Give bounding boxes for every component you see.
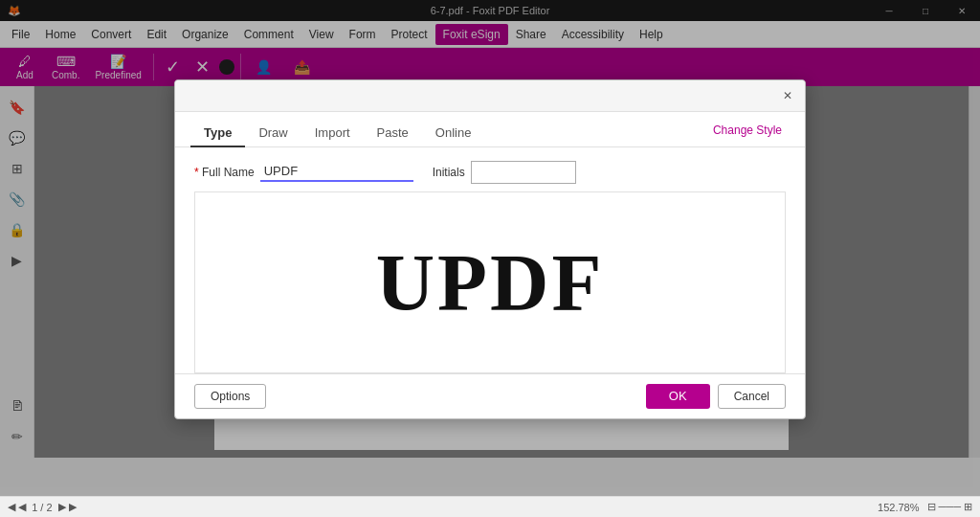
full-name-label: * Full Name (194, 166, 255, 179)
status-bar: ◀ ◀ 1 / 2 ▶ ▶ 152.78% ⊟ ─── ⊞ (0, 496, 980, 517)
initials-input[interactable] (471, 161, 576, 184)
signature-modal: ✕ Type Draw Import Paste Online Change S… (174, 79, 806, 419)
tab-online[interactable]: Online (422, 120, 485, 147)
tab-import[interactable]: Import (301, 120, 364, 147)
modal-titlebar: ✕ (175, 80, 805, 112)
full-name-field: * Full Name (194, 162, 413, 182)
signature-preview: UPDF (194, 191, 786, 373)
tab-paste[interactable]: Paste (364, 120, 422, 147)
modal-close-button[interactable]: ✕ (778, 86, 797, 105)
modal-form: * Full Name Initials (175, 147, 805, 191)
status-right: 152.78% ⊟ ─── ⊞ (878, 501, 972, 513)
tab-draw[interactable]: Draw (245, 120, 301, 147)
initials-field: Initials (433, 161, 576, 184)
tab-type[interactable]: Type (190, 120, 245, 147)
modal-overlay: ✕ Type Draw Import Paste Online Change S… (0, 0, 980, 517)
modal-tabs: Type Draw Import Paste Online Change Sty… (175, 112, 805, 147)
status-zoom: 152.78% (878, 502, 919, 513)
options-button[interactable]: Options (194, 384, 266, 409)
initials-label: Initials (433, 166, 465, 179)
cancel-button[interactable]: Cancel (718, 384, 786, 409)
signature-text: UPDF (376, 236, 605, 329)
status-page-info: ◀ ◀ (8, 501, 32, 513)
change-style-button[interactable]: Change Style (705, 120, 790, 141)
zoom-controls[interactable]: ⊟ ─── ⊞ (927, 501, 973, 513)
page-number: 1 / 2 (32, 502, 52, 513)
status-nav: ▶ ▶ (53, 501, 77, 513)
footer-buttons: OK Cancel (646, 384, 786, 409)
ok-button[interactable]: OK (646, 384, 710, 409)
full-name-input[interactable] (260, 162, 413, 182)
modal-footer: Options OK Cancel (175, 373, 805, 418)
